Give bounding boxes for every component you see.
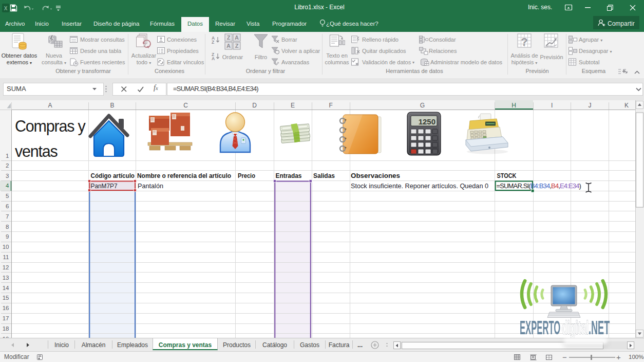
svg-text:I: I <box>551 102 553 109</box>
svg-text:2: 2 <box>6 162 9 169</box>
svg-text:9: 9 <box>6 233 9 240</box>
svg-text:F: F <box>329 102 333 109</box>
svg-text:6: 6 <box>6 203 9 209</box>
svg-text:Precio: Precio <box>238 172 255 179</box>
svg-text:4: 4 <box>6 183 9 189</box>
svg-text:7: 7 <box>6 213 9 220</box>
svg-text:STOCK: STOCK <box>497 172 517 179</box>
svg-text:.NET: .NET <box>589 317 610 338</box>
svg-text:17: 17 <box>3 315 9 321</box>
svg-text:10: 10 <box>3 244 9 250</box>
svg-text:14: 14 <box>3 285 9 291</box>
svg-text:A: A <box>226 43 231 49</box>
svg-text:5: 5 <box>6 193 9 199</box>
svg-text:H: H <box>512 102 516 109</box>
svg-text:Stock insuficiente. Reponer ar: Stock insuficiente. Reponer artículos. Q… <box>351 182 488 190</box>
svg-text:Nombre o referencia del artícu: Nombre o referencia del artículo <box>137 172 231 179</box>
svg-text:J: J <box>589 102 592 109</box>
svg-text:13: 13 <box>3 275 9 281</box>
svg-text:Salidas: Salidas <box>313 172 335 179</box>
svg-text:Z: Z <box>235 43 239 49</box>
svg-text:PanM7P7: PanM7P7 <box>91 182 118 190</box>
svg-text:D: D <box>252 102 257 109</box>
svg-text:3: 3 <box>6 173 9 179</box>
svg-text:A: A <box>235 34 239 41</box>
svg-text:E: E <box>291 102 295 109</box>
svg-text:8: 8 <box>6 224 9 230</box>
svg-text:=SUMAR.SI(B4:B34,B4,E4:E34): =SUMAR.SI(B4:B34,B4,E4:E34) <box>497 182 581 190</box>
svg-text:Pantalón: Pantalón <box>138 182 163 190</box>
svg-text:Z: Z <box>227 34 231 41</box>
svg-text:15: 15 <box>3 295 9 301</box>
svg-text:Código artículo: Código artículo <box>91 172 135 179</box>
svg-text:X: X <box>4 6 8 11</box>
svg-text:A: A <box>48 102 52 109</box>
svg-text:G: G <box>420 102 425 109</box>
svg-text:EXPERTO: EXPERTO <box>520 317 560 338</box>
svg-text:12: 12 <box>3 264 9 270</box>
svg-text:digital: digital <box>562 317 589 338</box>
svg-text:Compras y: Compras y <box>15 117 86 135</box>
svg-text:18: 18 <box>3 325 9 332</box>
svg-text:11: 11 <box>3 254 9 260</box>
svg-text:Z: Z <box>212 40 214 44</box>
svg-text:ventas: ventas <box>15 142 58 160</box>
svg-text:?: ? <box>521 35 527 48</box>
svg-text:1: 1 <box>6 153 9 159</box>
svg-text:Entradas: Entradas <box>276 172 302 179</box>
svg-text:1250: 1250 <box>419 117 435 126</box>
svg-text:K: K <box>624 102 629 109</box>
svg-text:A: A <box>212 56 215 61</box>
svg-text:C: C <box>183 102 188 109</box>
svg-text:B: B <box>110 102 114 109</box>
svg-text:Observaciones: Observaciones <box>351 172 400 179</box>
svg-text:16: 16 <box>3 305 9 311</box>
